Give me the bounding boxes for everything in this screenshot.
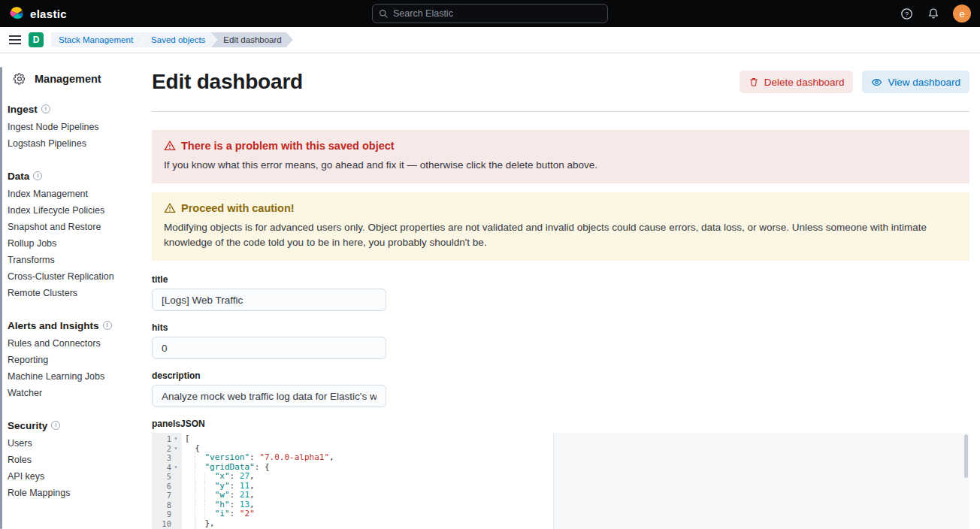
sidebar-item-snapshot-and-restore[interactable]: Snapshot and Restore <box>8 219 137 235</box>
sidebar-section-security: Security Users Roles API keys Role Mappi… <box>8 420 137 501</box>
view-dashboard-button[interactable]: View dashboard <box>862 71 969 93</box>
sidebar-item-reporting[interactable]: Reporting <box>8 352 137 368</box>
warning-triangle-icon <box>164 140 176 152</box>
breadcrumb-bar: D Stack Management Saved objects Edit da… <box>0 27 980 53</box>
sidebar-title: Management <box>8 73 137 85</box>
caution-callout-body: Modifying objects is for advanced users … <box>164 220 957 250</box>
caution-callout-title: Proceed with caution! <box>181 202 295 214</box>
caution-callout: Proceed with caution! Modifying objects … <box>152 192 969 261</box>
sidebar-item-logstash-pipelines[interactable]: Logstash Pipelines <box>8 135 137 152</box>
delete-dashboard-button[interactable]: Delete dashboard <box>740 71 854 93</box>
error-callout-body: If you know what this error means, go ah… <box>164 158 957 173</box>
editor-codearea[interactable]: [{"version": "7.0.0-alpha1","gridData": … <box>182 433 969 529</box>
sidebar-item-rollup-jobs[interactable]: Rollup Jobs <box>8 235 137 252</box>
elastic-logo-icon <box>9 6 24 21</box>
sidebar-heading-alerts-insights: Alerts and Insights <box>8 320 137 331</box>
header-actions: ? e <box>899 5 971 23</box>
sidebar-item-users[interactable]: Users <box>8 435 137 452</box>
editor-gutter: 1▾2▾34▾56789101112▾13▾14▾ <box>152 433 182 529</box>
global-search[interactable] <box>372 4 608 23</box>
sidebar-heading-security: Security <box>8 420 137 431</box>
sidebar-item-watcher[interactable]: Watcher <box>8 385 137 401</box>
sidebar-item-transforms[interactable]: Transforms <box>8 252 137 268</box>
sidebar-item-index-lifecycle-policies[interactable]: Index Lifecycle Policies <box>8 202 137 219</box>
hits-field-label: hits <box>152 322 386 333</box>
notifications-bell-icon[interactable] <box>926 6 941 21</box>
global-header: elastic ? e <box>0 0 980 27</box>
editor-code: [{"version": "7.0.0-alpha1","gridData": … <box>185 434 969 529</box>
title-field-label: title <box>152 274 386 285</box>
sidebar-item-cross-cluster-replication[interactable]: Cross-Cluster Replication <box>8 268 137 285</box>
gear-icon <box>14 73 26 85</box>
error-callout-title: There is a problem with this saved objec… <box>181 140 395 152</box>
help-icon[interactable]: ? <box>899 6 914 21</box>
breadcrumb: Stack Management Saved objects Edit dash… <box>51 32 293 47</box>
info-icon <box>41 104 50 113</box>
sidebar-item-index-management[interactable]: Index Management <box>8 186 137 202</box>
sidebar-scrollbar[interactable] <box>0 67 2 529</box>
description-field-row: description <box>152 370 386 407</box>
info-icon <box>103 321 112 330</box>
description-input[interactable] <box>152 385 386 407</box>
sidebar-heading-data: Data <box>8 171 137 182</box>
hits-field-row: hits <box>152 322 386 359</box>
brand-wordmark: elastic <box>30 8 67 20</box>
sidebar-item-roles[interactable]: Roles <box>8 452 137 468</box>
edit-dashboard-main: Edit dashboard Delete dashboard <box>143 53 980 529</box>
sidebar-item-remote-clusters[interactable]: Remote Clusters <box>8 285 137 301</box>
eye-icon <box>871 77 882 88</box>
editor-scrollbar[interactable] <box>964 434 968 478</box>
kibana-app: elastic ? e <box>0 0 980 529</box>
sidebar-section-data: Data Index Management Index Lifecycle Po… <box>8 171 137 301</box>
error-callout: There is a problem with this saved objec… <box>152 130 969 183</box>
panels-json-label: panelsJSON <box>152 419 969 429</box>
sidebar-item-rules-and-connectors[interactable]: Rules and Connectors <box>8 335 137 352</box>
user-avatar[interactable]: e <box>953 5 971 23</box>
sidebar-section-ingest: Ingest Ingest Node Pipelines Logstash Pi… <box>8 104 137 152</box>
management-sidebar: Management Ingest Ingest Node Pipelines … <box>0 53 143 529</box>
panels-json-row: panelsJSON 1▾2▾34▾56789101112▾13▾14▾ [{"… <box>152 419 969 529</box>
warning-triangle-icon <box>164 202 176 214</box>
sidebar-item-machine-learning-jobs[interactable]: Machine Learning Jobs <box>8 368 137 385</box>
search-icon <box>379 9 389 19</box>
page-title: Edit dashboard <box>152 70 303 94</box>
title-field-row: title <box>152 274 386 311</box>
menu-icon[interactable] <box>9 35 21 44</box>
title-input[interactable] <box>152 289 386 311</box>
sidebar-item-api-keys[interactable]: API keys <box>8 468 137 485</box>
breadcrumb-stack-management[interactable]: Stack Management <box>51 32 144 47</box>
global-search-input[interactable] <box>393 8 601 19</box>
breadcrumb-saved-objects[interactable]: Saved objects <box>138 32 216 47</box>
sidebar-heading-ingest: Ingest <box>8 104 137 115</box>
brand[interactable]: elastic <box>9 6 67 21</box>
trash-icon <box>749 77 759 87</box>
svg-text:?: ? <box>904 10 908 17</box>
breadcrumb-edit-dashboard: Edit dashboard <box>210 32 292 47</box>
sidebar-item-ingest-node-pipelines[interactable]: Ingest Node Pipelines <box>8 119 137 135</box>
space-avatar[interactable]: D <box>29 32 44 47</box>
panels-json-editor[interactable]: 1▾2▾34▾56789101112▾13▾14▾ [{"version": "… <box>152 433 969 529</box>
info-icon <box>33 171 42 180</box>
sidebar-section-alerts-insights: Alerts and Insights Rules and Connectors… <box>8 320 137 401</box>
description-field-label: description <box>152 370 386 381</box>
info-icon <box>51 421 60 430</box>
divider <box>152 111 969 112</box>
hits-input[interactable] <box>152 337 386 359</box>
sidebar-item-role-mappings[interactable]: Role Mappings <box>8 485 137 501</box>
